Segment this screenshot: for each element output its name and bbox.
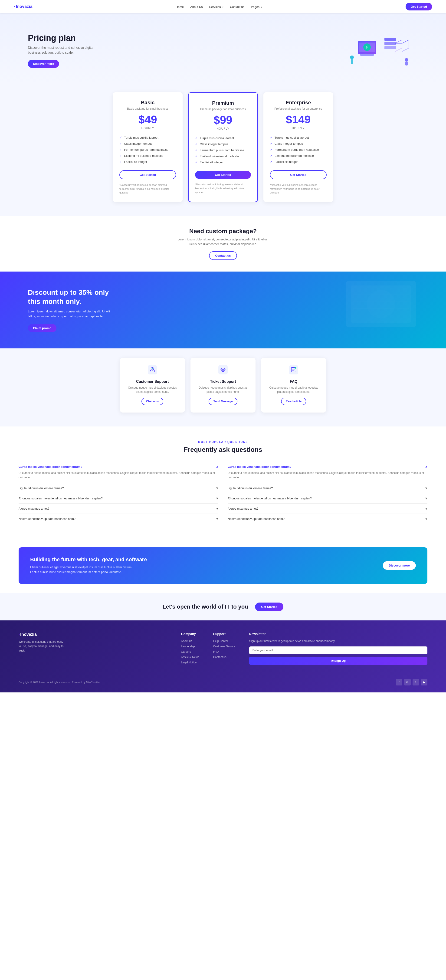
faq-item: Nostra senectus vulputate habitasse sem?… [228,514,427,524]
facebook-icon[interactable]: f [396,679,402,686]
nav-item-home[interactable]: Home [175,5,184,9]
faq-question[interactable]: A eros maximus amet? ∨ [19,507,218,510]
card-footnote: *Nascetur velit adipiscing aenean eleife… [119,183,176,195]
support-card-faq: ? FAQ Quisque neque mus si dapibus egest… [261,358,326,412]
nav-item-services[interactable]: Services ▾ [209,5,223,9]
footer-link[interactable]: Article & News [181,655,199,659]
youtube-icon[interactable]: ▶ [421,679,427,686]
check-icon: ✓ [119,136,122,139]
faq-question[interactable]: Ligula ridiculus dui ornare fames? ∨ [19,487,218,490]
support-message-button[interactable]: Send Message [209,398,237,405]
support-card-description: Quisque neque mus si dapibus egestas pla… [196,386,250,394]
svg-rect-12 [351,59,353,64]
card-cta-button[interactable]: Get Started [270,170,327,179]
chevron-down-icon: ∨ [216,517,218,520]
claim-promo-button[interactable]: Claim promo [28,324,56,332]
pricing-card-basic: Basic Basic package for small business $… [113,92,183,202]
newsletter-email-input[interactable] [249,646,427,654]
custom-package-title: Need custom package? [19,228,427,235]
footer-link[interactable]: Customer Service [213,644,235,648]
footer-link[interactable]: Careers [181,650,199,654]
hero-discover-button[interactable]: Discover more [28,60,59,68]
faq-question[interactable]: Ligula ridiculus dui ornare fames? ∨ [228,487,427,490]
feature-item: ✓Class integer tempus [270,140,327,146]
nav-get-started-button[interactable]: Get Started [406,3,432,10]
check-icon: ✓ [270,154,273,158]
feature-item: ✓Turpis mus cubilia laoreet [270,135,327,140]
footer-link[interactable]: Leadership [181,644,199,648]
svg-rect-6 [384,42,396,45]
newsletter-signup-button[interactable]: ✉ Sign Up [249,657,427,665]
card-subtitle: Premium package for small business [195,108,251,111]
chevron-down-icon: ▾ [222,6,223,8]
faq-item: Rhoncus sodales molestie tellus nec mass… [228,493,427,504]
card-cta-button[interactable]: Get Started [119,170,176,179]
feature-item: ✓Turpis mus cubilia laoreet [119,135,176,140]
check-icon: ✓ [195,148,198,152]
faq-question[interactable]: Rhoncus sodales molestie tellus nec mass… [228,496,427,500]
pricing-card-premium: Premium Premium package for small busine… [188,92,258,202]
faq-question[interactable]: Rhoncus sodales molestie tellus nec mass… [19,496,218,500]
cta-banner-title: Building the future with tech, gear, and… [30,557,147,563]
footer-link[interactable]: Legal Notice [181,660,199,664]
nav-item-contact[interactable]: Contact us [230,5,244,9]
open-world-get-started-button[interactable]: Get Started [255,603,284,611]
discount-title: Discount up to 35% only this month only. [28,288,116,306]
card-period: HOURLY [195,127,251,130]
footer-newsletter-description: Sign up our newsletter to get update new… [249,639,427,643]
cta-banner-discover-button[interactable]: Discover more [383,561,416,570]
faq-question[interactable]: Curae mollis venenatis dolor condimentum… [19,465,218,469]
svg-rect-25 [218,365,228,374]
feature-item: ✓Class integer tempus [195,141,251,147]
footer-bottom: Copyright © 2022 Inovazia. All rights re… [19,674,427,686]
faq-item: A eros maximus amet? ∨ [19,504,218,514]
pricing-cards: Basic Basic package for small business $… [19,92,427,202]
support-chat-button[interactable]: Chat now [142,398,163,405]
chevron-up-icon: ∧ [425,465,427,469]
hero-title: Pricing plan [28,33,102,43]
footer-link[interactable]: About us [181,639,199,643]
footer-brand: · Inovazia We create IT solutions that a… [19,632,167,666]
footer-company-title: Company [181,632,199,636]
footer-link[interactable]: FAQ [213,650,235,654]
discount-description: Lorem ipsum dolor sit amet, consectetur … [28,309,116,319]
cta-banner: Building the future with tech, gear, and… [19,547,427,584]
logo: · Inovazia [14,4,32,10]
footer-link[interactable]: Contact us [213,655,235,659]
feature-item: ✓Eleifend mi euismod molestie [119,153,176,159]
card-features: ✓Turpis mus cubilia laoreet ✓Class integ… [119,135,176,165]
open-world-title: Let's open the world of IT to you [162,603,248,610]
check-icon: ✓ [270,136,273,139]
social-icons: f in t ▶ [396,679,427,686]
feature-item: ✓Facilisi sit integer [270,159,327,165]
faq-question[interactable]: Nostra senectus vulputate habitasse sem?… [19,517,218,520]
nav-item-pages[interactable]: Pages ▾ [251,5,262,9]
twitter-icon[interactable]: t [413,679,419,686]
feature-item: ✓Eleifend mi euismod molestie [195,153,251,159]
footer-support-column: Support Help Center Customer Service FAQ… [213,632,235,666]
support-read-button[interactable]: Read article [281,398,306,405]
card-features: ✓Turpis mus cubilia laoreet ✓Class integ… [270,135,327,165]
check-icon: ✓ [195,136,198,140]
footer-newsletter-column: Newsletter Sign up our newsletter to get… [249,632,427,666]
faq-question[interactable]: A eros maximus amet? ∨ [228,507,427,510]
check-icon: ✓ [270,148,273,151]
hero-description: Discover the most robust and cohesive di… [28,45,102,55]
chevron-down-icon: ∨ [216,507,218,510]
card-cta-button[interactable]: Get Started [195,171,251,179]
contact-us-button[interactable]: Contact us [209,251,237,260]
svg-rect-14 [405,61,408,65]
linkedin-icon[interactable]: in [404,679,411,686]
feature-item: ✓Facilisi sit integer [119,159,176,165]
faq-question[interactable]: Nostra senectus vulputate habitasse sem?… [228,517,427,520]
footer-link[interactable]: Help Center [213,639,235,643]
support-card-description: Quisque neque mus si dapibus egestas pla… [267,386,320,394]
discount-illustration [334,272,427,348]
card-subtitle: Professional package for an enterprise [270,107,327,110]
card-price: $99 [195,115,251,126]
chevron-down-icon: ∨ [216,487,218,490]
check-icon: ✓ [270,160,273,164]
custom-package-description: Lorem ipsum dolor sit amet, consectetur … [174,237,272,247]
faq-question[interactable]: Curae mollis venenatis dolor condimentum… [228,465,427,469]
nav-item-about[interactable]: About Us [190,5,202,9]
